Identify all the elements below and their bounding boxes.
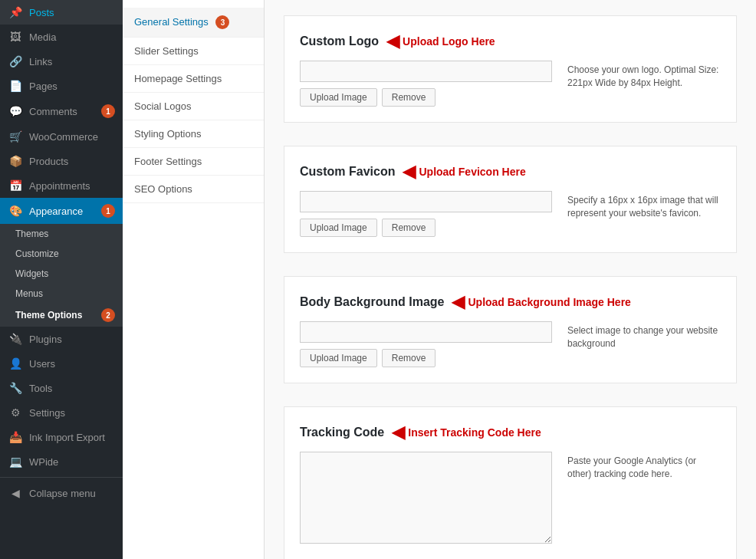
submenu-homepage-settings[interactable]: Homepage Settings	[123, 65, 264, 93]
products-icon: 📦	[8, 155, 23, 167]
submenu-general-settings[interactable]: General Settings 3	[123, 8, 264, 38]
general-settings-badge: 3	[215, 15, 229, 29]
sidebar-item-settings[interactable]: ⚙ Settings	[0, 400, 123, 425]
sidebar-item-posts[interactable]: 📌 Posts	[0, 0, 123, 25]
sidebar-sub-menus[interactable]: Menus	[8, 284, 123, 304]
sidebar-sub-customize[interactable]: Customize	[8, 244, 123, 264]
custom-logo-hint: Choose your own logo. Optimal Size: 221p…	[567, 61, 721, 90]
sidebar-item-appointments[interactable]: 📅 Appointments	[0, 173, 123, 198]
custom-favicon-hint: Specify a 16px x 16px image that will re…	[567, 191, 721, 220]
body-background-btn-row: Upload Image Remove	[300, 349, 552, 367]
settings-icon: ⚙	[8, 406, 23, 419]
custom-logo-input[interactable]	[300, 61, 552, 82]
submenu-social-logos[interactable]: Social Logos	[123, 93, 264, 120]
custom-favicon-title-row: Custom Favicon ◀ Upload Fevicon Here	[300, 162, 721, 182]
tracking-code-field-main	[300, 452, 552, 546]
red-arrow-favicon: ◀	[403, 162, 416, 182]
custom-logo-title-row: Custom Logo ◀ Upload Logo Here	[300, 31, 721, 51]
sidebar-item-users[interactable]: 👤 Users	[0, 351, 123, 376]
tracking-code-annotation: ◀ Insert Tracking Code Here	[392, 423, 541, 442]
pages-icon: 📄	[8, 80, 23, 92]
custom-logo-upload-btn[interactable]: Upload Image	[300, 88, 377, 107]
sidebar-sub-theme-options[interactable]: Theme Options 2	[8, 304, 123, 327]
submenu-seo-options[interactable]: SEO Options	[123, 176, 264, 203]
sidebar: 📌 Posts 🖼 Media 🔗 Links 📄 Pages 💬 Commen…	[0, 0, 123, 559]
custom-favicon-section: Custom Favicon ◀ Upload Fevicon Here Upl…	[284, 146, 737, 253]
red-arrow-tracking: ◀	[392, 423, 405, 442]
custom-favicon-btn-row: Upload Image Remove	[300, 219, 552, 237]
theme-options-badge: 2	[101, 308, 115, 322]
body-background-title: Body Background Image	[300, 295, 444, 309]
body-background-annotation-text: Upload Background Image Here	[468, 296, 630, 308]
sidebar-item-comments[interactable]: 💬 Comments 1	[0, 98, 123, 124]
content-area: Custom Logo ◀ Upload Logo Here Upload Im…	[265, 0, 756, 559]
custom-favicon-field-row: Upload Image Remove Specify a 16px x 16p…	[300, 191, 721, 237]
submenu-styling-options[interactable]: Styling Options	[123, 120, 264, 148]
appearance-submenu: Themes Customize Widgets Menus Theme Opt…	[0, 224, 123, 327]
main-area: General Settings 3 Slider Settings Homep…	[123, 0, 756, 559]
custom-logo-remove-btn[interactable]: Remove	[382, 88, 436, 107]
sidebar-item-wpide[interactable]: 💻 WPide	[0, 449, 123, 474]
red-arrow-logo: ◀	[386, 31, 399, 51]
body-background-remove-btn[interactable]: Remove	[382, 349, 436, 367]
custom-favicon-remove-btn[interactable]: Remove	[382, 219, 436, 237]
wpide-icon: 💻	[8, 455, 23, 468]
custom-logo-btn-row: Upload Image Remove	[300, 88, 552, 107]
custom-favicon-input[interactable]	[300, 191, 552, 212]
body-background-field-row: Upload Image Remove Select image to chan…	[300, 321, 721, 367]
submenu-panel: General Settings 3 Slider Settings Homep…	[123, 0, 265, 559]
sidebar-item-products[interactable]: 📦 Products	[0, 149, 123, 173]
body-background-title-row: Body Background Image ◀ Upload Backgroun…	[300, 292, 721, 312]
tracking-code-annotation-text: Insert Tracking Code Here	[408, 426, 541, 439]
tracking-code-title: Tracking Code	[300, 426, 384, 439]
sidebar-sub-widgets[interactable]: Widgets	[8, 264, 123, 284]
sidebar-item-pages[interactable]: 📄 Pages	[0, 74, 123, 98]
appointments-icon: 📅	[8, 179, 23, 192]
tracking-code-field-row: Paste your Google Analytics (or other) t…	[300, 452, 721, 546]
custom-favicon-title: Custom Favicon	[300, 165, 395, 179]
custom-favicon-field-main: Upload Image Remove	[300, 191, 552, 237]
tracking-code-section: Tracking Code ◀ Insert Tracking Code Her…	[284, 406, 737, 559]
body-background-input[interactable]	[300, 321, 552, 343]
body-background-annotation: ◀ Upload Background Image Here	[452, 292, 630, 312]
body-background-field-main: Upload Image Remove	[300, 321, 552, 367]
submenu-slider-settings[interactable]: Slider Settings	[123, 38, 264, 65]
red-arrow-background: ◀	[452, 292, 465, 312]
custom-logo-title: Custom Logo	[300, 35, 379, 48]
custom-logo-section: Custom Logo ◀ Upload Logo Here Upload Im…	[284, 15, 737, 123]
body-background-hint: Select image to change your website back…	[567, 321, 721, 350]
sidebar-item-appearance[interactable]: 🎨 Appearance 1	[0, 198, 123, 224]
sidebar-item-plugins[interactable]: 🔌 Plugins	[0, 327, 123, 351]
custom-logo-field-main: Upload Image Remove	[300, 61, 552, 107]
sidebar-item-ink-import-export[interactable]: 📥 Ink Import Export	[0, 425, 123, 449]
collapse-menu-button[interactable]: ◀ Collapse menu	[0, 481, 123, 505]
submenu-footer-settings[interactable]: Footer Settings	[123, 148, 264, 176]
sidebar-item-tools[interactable]: 🔧 Tools	[0, 376, 123, 400]
users-icon: 👤	[8, 357, 23, 370]
custom-favicon-annotation-text: Upload Fevicon Here	[419, 166, 525, 178]
sidebar-item-woocommerce[interactable]: 🛒 WooCommerce	[0, 124, 123, 149]
ink-icon: 📥	[8, 431, 23, 443]
posts-icon: 📌	[8, 6, 23, 18]
sidebar-divider	[0, 477, 123, 478]
tracking-code-textarea[interactable]	[300, 452, 552, 544]
custom-favicon-annotation: ◀ Upload Fevicon Here	[403, 162, 525, 182]
custom-logo-field-row: Upload Image Remove Choose your own logo…	[300, 61, 721, 107]
tracking-code-hint: Paste your Google Analytics (or other) t…	[567, 452, 721, 481]
comments-icon: 💬	[8, 105, 23, 117]
comments-badge: 1	[101, 104, 115, 118]
body-background-upload-btn[interactable]: Upload Image	[300, 349, 377, 367]
sidebar-item-media[interactable]: 🖼 Media	[0, 25, 123, 49]
media-icon: 🖼	[8, 31, 23, 43]
woocommerce-icon: 🛒	[8, 130, 23, 143]
tracking-code-title-row: Tracking Code ◀ Insert Tracking Code Her…	[300, 423, 721, 442]
collapse-icon: ◀	[8, 487, 23, 499]
custom-favicon-upload-btn[interactable]: Upload Image	[300, 219, 377, 237]
plugins-icon: 🔌	[8, 333, 23, 345]
custom-logo-annotation: ◀ Upload Logo Here	[386, 31, 495, 51]
appearance-badge: 1	[101, 204, 115, 218]
body-background-section: Body Background Image ◀ Upload Backgroun…	[284, 276, 737, 383]
sidebar-item-links[interactable]: 🔗 Links	[0, 49, 123, 74]
sidebar-sub-themes[interactable]: Themes	[8, 224, 123, 244]
appearance-icon: 🎨	[8, 205, 23, 217]
